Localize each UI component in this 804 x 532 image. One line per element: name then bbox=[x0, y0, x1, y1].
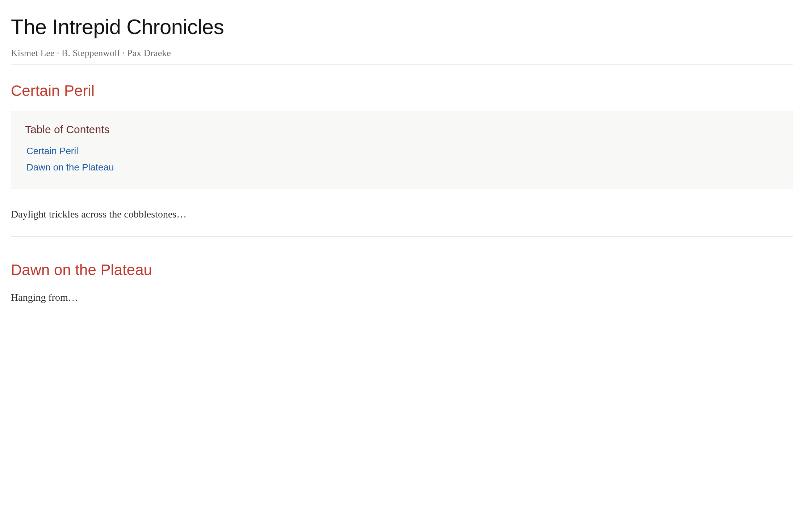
author-line: Kismet Lee · B. Steppenwolf · Pax Draeke bbox=[11, 46, 793, 60]
section-heading: Dawn on the Plateau bbox=[11, 258, 793, 281]
toc-link-dawn-on-the-plateau[interactable]: Dawn on the Plateau bbox=[26, 162, 114, 173]
section-body: Hanging from… bbox=[11, 290, 793, 305]
section-body: Daylight trickles across the cobblestone… bbox=[11, 207, 793, 222]
section-heading: Certain Peril bbox=[11, 79, 793, 102]
toc-link-certain-peril[interactable]: Certain Peril bbox=[26, 145, 78, 156]
toc-item: Certain Peril bbox=[26, 144, 779, 158]
document-title: The Intrepid Chronicles bbox=[11, 11, 793, 42]
table-of-contents: Table of Contents Certain Peril Dawn on … bbox=[11, 111, 793, 189]
toc-item: Dawn on the Plateau bbox=[26, 160, 779, 174]
document-header: The Intrepid Chronicles Kismet Lee · B. … bbox=[11, 11, 793, 65]
toc-title: Table of Contents bbox=[25, 121, 779, 138]
section-certain-peril: Certain Peril Table of Contents Certain … bbox=[11, 79, 793, 222]
section-divider bbox=[11, 236, 793, 237]
section-dawn-on-the-plateau: Dawn on the Plateau Hanging from… bbox=[11, 258, 793, 305]
toc-list: Certain Peril Dawn on the Plateau bbox=[25, 144, 779, 174]
